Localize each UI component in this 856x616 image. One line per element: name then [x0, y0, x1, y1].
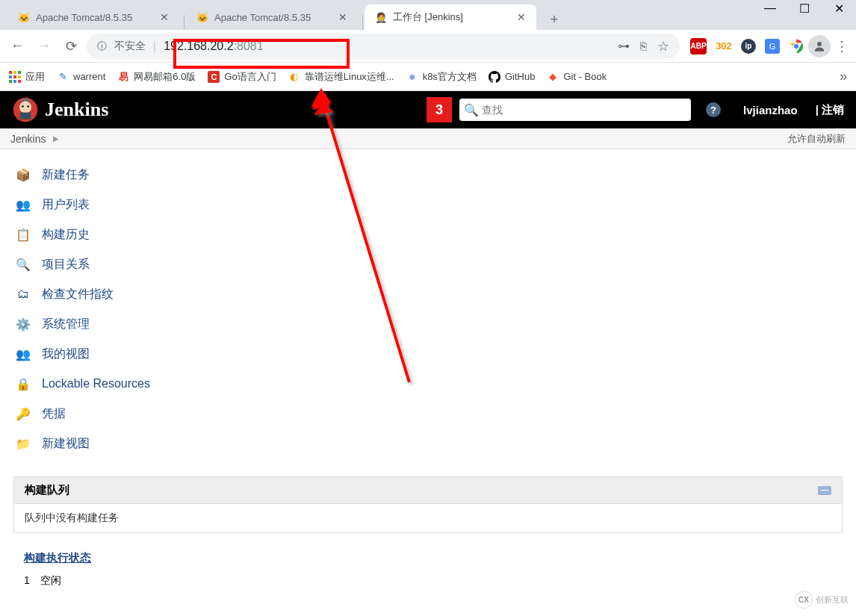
- sidebar-item-my-views[interactable]: 👥我的视图: [13, 339, 843, 369]
- bookmarks-overflow-button[interactable]: »: [840, 69, 847, 84]
- jenkins-logo[interactable]: Jenkins: [12, 96, 108, 123]
- bookmark-linux[interactable]: ◐靠谱运维Linux运维...: [288, 70, 394, 84]
- help-icon[interactable]: ?: [706, 102, 721, 117]
- tomcat-icon: 🐱: [196, 11, 208, 23]
- bookmark-icon: C: [208, 71, 220, 83]
- forward-button[interactable]: →: [33, 35, 55, 57]
- breadcrumb-root[interactable]: Jenkins: [10, 133, 46, 145]
- apps-icon: [9, 71, 21, 83]
- tab-strip: 🐱 Apache Tomcat/8.5.35 ✕ 🐱 Apache Tomcat…: [0, 0, 856, 30]
- jenkins-logo-icon: [12, 96, 39, 123]
- bookmark-github[interactable]: GitHub: [489, 71, 535, 83]
- apps-label: 应用: [25, 70, 45, 84]
- address-bar[interactable]: ⓘ 不安全 | 192.168.20.2:8081 ⊶ ⎘ ☆: [87, 34, 680, 59]
- build-queue-header: 构建队列 —: [14, 477, 842, 504]
- tab-jenkins[interactable]: 🤵 工作台 [Jenkins] ✕: [365, 4, 536, 30]
- auto-refresh-link[interactable]: 允许自动刷新: [787, 132, 846, 146]
- sidebar-item-credentials[interactable]: 🔑凭据: [13, 399, 843, 429]
- close-window-button[interactable]: ✕: [822, 0, 856, 19]
- logout-link[interactable]: | 注销: [816, 103, 844, 117]
- tab-tomcat-2[interactable]: 🐱 Apache Tomcat/8.5.35 ✕: [186, 4, 358, 30]
- back-button[interactable]: ←: [6, 35, 28, 57]
- bookmark-icon: ⎈: [406, 71, 418, 83]
- bookmark-icon: ◐: [288, 71, 300, 83]
- not-secure-label: 不安全: [114, 40, 146, 53]
- svg-point-7: [22, 105, 24, 108]
- abp-icon[interactable]: ABP: [690, 38, 707, 55]
- watermark: CX 创新互联: [795, 591, 849, 609]
- folder-icon: 📁: [13, 434, 33, 453]
- key-icon: 🔑: [13, 404, 33, 423]
- profile-button[interactable]: [808, 35, 831, 57]
- bookmark-netease[interactable]: 易网易邮箱6.0版: [117, 70, 196, 84]
- sidebar-item-manage[interactable]: ⚙️系统管理: [13, 309, 843, 339]
- build-queue-section: 构建队列 — 队列中没有构建任务: [13, 476, 843, 533]
- history-icon: 📋: [13, 225, 33, 244]
- sidebar-item-new-job[interactable]: 📦新建任务: [13, 160, 843, 190]
- info-icon[interactable]: ⓘ: [97, 40, 107, 53]
- bookmark-gitbook[interactable]: ◆Git - Book: [547, 71, 607, 83]
- browser-menu-button[interactable]: ⋮: [835, 38, 850, 55]
- reload-button[interactable]: ⟳: [60, 35, 82, 57]
- sidebar-item-new-view[interactable]: 📁新建视图: [13, 429, 843, 458]
- main-area: 📦新建任务 👥用户列表 📋构建历史 🔍项目关系 🗂检查文件指纹 ⚙️系统管理 👥…: [0, 149, 856, 603]
- jenkins-icon: 🤵: [375, 11, 387, 23]
- translate-icon[interactable]: ⎘: [640, 40, 647, 52]
- sidebar-item-people[interactable]: 👥用户列表: [13, 190, 843, 220]
- executor-section: 构建执行状态 1 空闲: [13, 547, 843, 592]
- chrome-icon[interactable]: [789, 39, 804, 54]
- fingerprint-icon: 🗂: [13, 284, 33, 304]
- star-icon[interactable]: ☆: [657, 38, 669, 55]
- collapse-icon[interactable]: —: [818, 486, 831, 495]
- views-icon: 👥: [13, 344, 33, 364]
- sidebar-item-relationship[interactable]: 🔍项目关系: [13, 249, 843, 279]
- notification-badge[interactable]: 3: [427, 97, 452, 122]
- search-input[interactable]: [482, 104, 686, 116]
- svg-point-3: [817, 42, 822, 46]
- window-controls: — ☐ ✕: [753, 0, 856, 19]
- browser-toolbar: ← → ⟳ ⓘ 不安全 | 192.168.20.2:8081 ⊶ ⎘ ☆ AB…: [0, 30, 856, 63]
- bookmarks-bar: 应用 ✎warrent 易网易邮箱6.0版 CGo语言入门 ◐靠谱运维Linux…: [0, 63, 856, 91]
- jenkins-header: Jenkins 3 🔍 ? lvjianzhao | 注销: [0, 91, 856, 128]
- request-count-badge[interactable]: 302: [716, 38, 732, 55]
- svg-point-5: [19, 101, 31, 113]
- username-link[interactable]: lvjianzhao: [743, 104, 798, 116]
- sidebar-item-build-history[interactable]: 📋构建历史: [13, 220, 843, 249]
- tab-title: Apache Tomcat/8.5.35: [36, 12, 132, 23]
- ip-icon[interactable]: ip: [741, 39, 756, 54]
- bookmark-k8s[interactable]: ⎈k8s官方文档: [406, 70, 477, 84]
- jenkins-name: Jenkins: [45, 99, 108, 121]
- new-tab-button[interactable]: +: [544, 9, 565, 30]
- svg-point-2: [793, 43, 799, 49]
- svg-point-8: [27, 105, 29, 108]
- bookmark-warrent[interactable]: ✎warrent: [57, 71, 105, 83]
- maximize-button[interactable]: ☐: [787, 0, 822, 19]
- tab-title: Apache Tomcat/8.5.35: [214, 12, 311, 23]
- bookmark-go[interactable]: CGo语言入门: [208, 70, 276, 84]
- minimize-button[interactable]: —: [753, 0, 787, 19]
- key-icon[interactable]: ⊶: [618, 39, 630, 53]
- tab-tomcat-1[interactable]: 🐱 Apache Tomcat/8.5.35 ✕: [7, 4, 179, 30]
- github-icon: [489, 71, 500, 83]
- tomcat-icon: 🐱: [18, 11, 30, 23]
- search-box[interactable]: 🔍: [459, 99, 691, 121]
- svg-rect-6: [20, 113, 31, 119]
- breadcrumb: Jenkins ▶ 允许自动刷新: [0, 128, 856, 149]
- sidebar-item-fingerprint[interactable]: 🗂检查文件指纹: [13, 279, 843, 309]
- gear-icon: ⚙️: [13, 314, 33, 334]
- lock-icon: 🔒: [13, 374, 33, 393]
- apps-button[interactable]: 应用: [9, 70, 45, 84]
- google-translate-icon[interactable]: G: [765, 39, 780, 54]
- bookmark-icon: ✎: [57, 71, 69, 83]
- close-icon[interactable]: ✕: [338, 11, 347, 23]
- people-icon: 👥: [13, 195, 33, 214]
- executor-link[interactable]: 构建执行状态: [24, 551, 91, 565]
- close-icon[interactable]: ✕: [160, 11, 169, 23]
- bookmark-icon: ◆: [547, 71, 559, 83]
- search-icon: 🔍: [13, 255, 33, 274]
- sidebar-item-lockable[interactable]: 🔒Lockable Resources: [13, 369, 843, 399]
- watermark-logo-icon: CX: [795, 591, 813, 609]
- extension-icons: ABP 302 ip G: [690, 38, 804, 55]
- tab-separator: [362, 15, 363, 30]
- close-icon[interactable]: ✕: [517, 11, 526, 23]
